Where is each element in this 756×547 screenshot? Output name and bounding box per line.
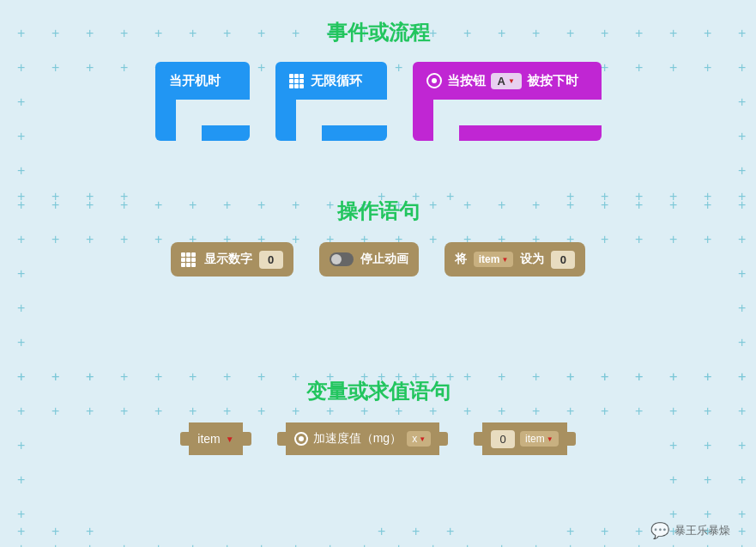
decoration-plus: + [532, 541, 540, 547]
block-set-item[interactable]: 将 item ▼ 设为 0 [445, 242, 586, 277]
decoration-plus: + [738, 301, 746, 316]
when-start-bottom [155, 125, 250, 141]
decoration-plus: + [498, 541, 505, 547]
when-button-suffix: 被按下时 [527, 73, 578, 89]
decoration-plus: + [704, 472, 711, 488]
grid-icon-show [181, 252, 196, 267]
set-item-prefix: 将 [455, 252, 467, 267]
grid-icon-loop [289, 74, 304, 88]
decoration-plus: + [360, 541, 368, 547]
target-icon-accel [294, 432, 308, 446]
decoration-plus: + [120, 541, 128, 547]
set-item-arrow: ▼ [501, 256, 508, 264]
button-bottom [413, 125, 602, 141]
decoration-plus: + [86, 524, 94, 539]
decoration-plus: + [412, 524, 420, 539]
decoration-plus: + [257, 541, 265, 547]
loop-arm [275, 100, 387, 125]
decoration-plus: + [17, 524, 25, 539]
decoration-plus: + [17, 541, 25, 547]
decoration-plus: + [51, 524, 59, 539]
accel-arrow: ▼ [419, 435, 426, 443]
decoration-plus: + [738, 524, 746, 539]
block-when-button[interactable]: 当按钮 A ▼ 被按下时 [413, 62, 602, 141]
item-nub-left [180, 432, 189, 446]
ops-blocks-row: 显示数字 0 停止动画 将 item ▼ 设为 0 [0, 242, 756, 277]
decoration-plus: + [223, 541, 231, 547]
decoration-plus: + [292, 541, 299, 547]
accel-wrapper: 加速度值（mg） x ▼ [277, 422, 448, 455]
block-infinite-loop[interactable]: 无限循环 [275, 62, 387, 141]
block-when-start[interactable]: 当开机时 [155, 62, 250, 141]
block-stop-animation[interactable]: 停止动画 [319, 242, 419, 277]
value-block-wrapper: 0 item ▼ [474, 422, 576, 455]
decoration-plus: + [738, 541, 746, 547]
when-button-label: 当按钮 [447, 73, 486, 89]
decoration-plus: + [738, 472, 746, 488]
button-dropdown[interactable]: A ▼ [491, 73, 522, 89]
block-value[interactable]: 0 item ▼ [482, 422, 567, 455]
decoration-plus: + [17, 472, 25, 488]
set-item-input[interactable]: 0 [551, 251, 575, 269]
decoration-plus: + [704, 541, 711, 547]
item-var-arrow[interactable]: ▼ [226, 435, 234, 444]
set-item-mid: 设为 [520, 252, 544, 267]
decoration-plus: + [566, 541, 574, 547]
section-vars-title: 变量或求值语句 [0, 378, 756, 405]
item-nub-right [243, 432, 251, 446]
decoration-plus: + [566, 524, 574, 539]
decoration-plus: + [17, 301, 25, 316]
watermark: 💬 暴王乐暴燥 [650, 521, 730, 540]
decoration-plus: + [429, 541, 437, 547]
item-var-wrapper: item ▼ [180, 422, 251, 455]
section-ops: 操作语句 显示数字 0 停止动画 将 item [0, 198, 756, 277]
section-vars: 变量或求值语句 item ▼ 加速度值（mg） x ▼ [0, 378, 756, 455]
when-start-label: 当开机时 [169, 73, 221, 89]
decoration-plus: + [601, 524, 608, 539]
value-nub-left [474, 432, 482, 446]
section-events: 事件或流程 当开机时 [0, 9, 756, 141]
decoration-plus: + [463, 541, 471, 547]
set-item-dropdown-label: item [479, 253, 500, 265]
item-var-label: item [197, 432, 220, 446]
decoration-plus: + [326, 541, 334, 547]
toggle-icon-stop [330, 252, 354, 266]
value-nub-right [567, 432, 576, 446]
decoration-plus: + [738, 507, 746, 522]
decoration-plus: + [189, 541, 197, 547]
decoration-plus: + [635, 524, 643, 539]
decoration-plus: + [704, 507, 711, 522]
decoration-plus: + [635, 541, 643, 547]
decoration-plus: + [395, 541, 402, 547]
decoration-plus: + [669, 541, 677, 547]
decoration-plus: + [154, 541, 162, 547]
main-page: ++++++++++++++++++++++++++++++++++++++++… [0, 0, 756, 547]
events-blocks-row: 当开机时 [0, 62, 756, 141]
value-input[interactable]: 0 [491, 430, 515, 448]
infinite-loop-label: 无限循环 [311, 73, 362, 89]
block-show-number[interactable]: 显示数字 0 [171, 242, 293, 277]
accel-nub-left [277, 432, 286, 446]
decoration-plus: + [601, 541, 608, 547]
decoration-plus: + [86, 541, 94, 547]
target-icon-button [426, 73, 442, 88]
value-dropdown[interactable]: item ▼ [520, 431, 559, 447]
accel-dropdown[interactable]: x ▼ [407, 431, 431, 447]
block-item-var[interactable]: item ▼ [189, 422, 242, 455]
block-accel[interactable]: 加速度值（mg） x ▼ [286, 422, 439, 455]
section-events-title: 事件或流程 [0, 19, 756, 46]
show-number-label: 显示数字 [204, 252, 252, 267]
decoration-plus: + [378, 524, 385, 539]
decoration-plus: + [17, 507, 25, 522]
accel-nub-right [439, 432, 448, 446]
button-arm [413, 100, 602, 125]
decoration-plus: + [446, 524, 454, 539]
decoration-plus: + [17, 335, 25, 350]
show-number-input[interactable]: 0 [259, 251, 283, 269]
dropdown-arrow: ▼ [508, 77, 515, 85]
decoration-plus: + [738, 163, 746, 179]
set-item-dropdown[interactable]: item ▼ [474, 252, 514, 267]
decoration-plus: + [669, 507, 677, 522]
decoration-plus: + [738, 335, 746, 350]
watermark-text: 暴王乐暴燥 [674, 523, 730, 538]
